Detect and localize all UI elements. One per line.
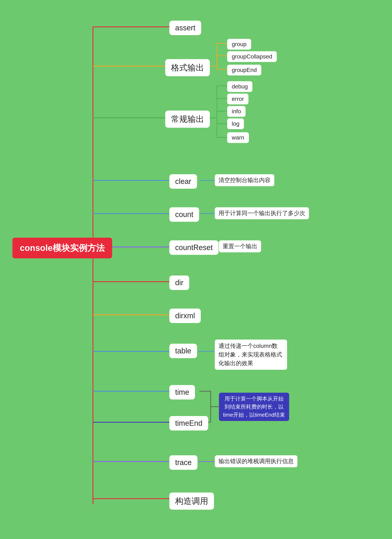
timeend-node: timeEnd (169, 416, 208, 430)
warn-node: warn (227, 132, 249, 143)
table-node: table (169, 344, 197, 358)
countreset-desc: 重置一个输出 (219, 240, 261, 252)
center-node: console模块实例方法 (12, 238, 112, 258)
countreset-node: countReset (169, 240, 218, 255)
table-desc: 通过传递一个column数组对象，来实现表格格式化输出的效果 (215, 340, 287, 370)
geshi-shuchu-node: 格式输出 (165, 59, 210, 76)
debug-node: debug (227, 81, 252, 92)
groupend-node: groupEnd (227, 65, 261, 75)
count-desc: 用于计算同一个输出执行了多少次 (215, 207, 309, 219)
gouzao-diaoyong-node: 构造调用 (169, 492, 214, 510)
clear-desc: 清空控制台输出内容 (215, 174, 274, 186)
time-node: time (169, 385, 195, 399)
group-node: group (227, 39, 251, 50)
dir-node: dir (169, 275, 189, 290)
diagram-container: console模块实例方法 assert 格式输出 group groupCol… (0, 0, 392, 539)
assert-node: assert (169, 21, 201, 35)
trace-node: trace (169, 455, 198, 470)
clear-node: clear (169, 174, 197, 189)
log-node: log (227, 118, 244, 129)
error-node: error (227, 94, 248, 104)
changgui-shuchu-node: 常规输出 (165, 111, 210, 128)
dirxml-node: dirxml (169, 308, 201, 323)
info-node: info (227, 106, 246, 117)
groupcollapsed-node: groupCollapsed (227, 51, 277, 62)
count-node: count (169, 207, 199, 222)
time-desc: 用于计算一个脚本从开始到结束所耗费的时长，以time开始，以timeEnd结束 (219, 393, 289, 421)
trace-desc: 输出错误的堆栈调用执行信息 (215, 455, 298, 467)
